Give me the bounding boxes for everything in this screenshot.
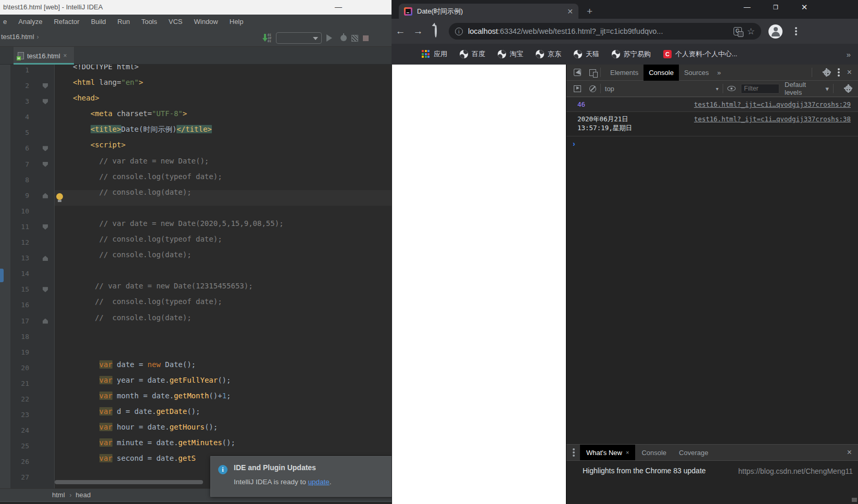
console-filter-input[interactable] bbox=[741, 84, 779, 94]
drawer-tab-what-s-new[interactable]: What's New× bbox=[580, 445, 635, 461]
line-number: 1 bbox=[10, 65, 29, 78]
fold-marker-icon[interactable] bbox=[43, 256, 48, 261]
drawer-tab-console[interactable]: Console bbox=[635, 445, 673, 461]
update-notification[interactable]: i IDE and Plugin Updates IntelliJ IDEA i… bbox=[210, 456, 392, 497]
close-tab-icon[interactable]: × bbox=[64, 52, 67, 59]
console-settings-icon[interactable] bbox=[845, 85, 852, 92]
drawer-menu-icon[interactable] bbox=[573, 451, 575, 453]
fold-marker-icon[interactable] bbox=[43, 287, 48, 292]
intellij-window: b\test16.html [web] - IntelliJ IDEA — eA… bbox=[0, 0, 392, 504]
menu-build[interactable]: Build bbox=[91, 18, 106, 26]
url-text[interactable]: localhost:63342/web/web/test16.html?_ijt… bbox=[468, 27, 728, 35]
bookmark-csdn[interactable]: C个人资料-个人中心... bbox=[663, 49, 737, 59]
intellij-titlebar[interactable]: b\test16.html [web] - IntelliJ IDEA — bbox=[0, 0, 392, 15]
gutter-row: 23 bbox=[10, 407, 55, 423]
bookmark-item[interactable]: 百度 bbox=[460, 49, 485, 59]
intellij-window-title: b\test16.html [web] - IntelliJ IDEA bbox=[3, 3, 103, 11]
debug-button-icon[interactable] bbox=[340, 35, 347, 41]
context-selector[interactable]: top ▾ bbox=[605, 85, 718, 93]
console-source-link[interactable]: test16.html?_ijt=c1i…qvodgij337croshs:29 bbox=[694, 100, 851, 108]
devtools-tab-elements[interactable]: Elements bbox=[605, 65, 644, 81]
bookmark-apps[interactable]: 应用 bbox=[422, 49, 447, 59]
log-levels-select[interactable]: Default levels ▾ bbox=[785, 81, 829, 96]
fold-marker-icon[interactable] bbox=[43, 99, 48, 104]
console-prompt-icon[interactable]: › bbox=[566, 136, 858, 151]
breadcrumb-file[interactable]: test16.html bbox=[1, 33, 34, 41]
editor-tab-test16[interactable]: test16.html × bbox=[14, 47, 74, 65]
more-tabs-icon[interactable]: » bbox=[714, 69, 724, 77]
fold-marker-icon[interactable] bbox=[43, 162, 48, 167]
new-tab-button[interactable]: + bbox=[587, 6, 592, 16]
close-drawer-tab-icon[interactable]: × bbox=[626, 445, 629, 461]
code-line-14 bbox=[73, 266, 385, 282]
console-source-link[interactable]: test16.html?_ijt=c1i…qvodgij337croshs:38 bbox=[694, 115, 851, 133]
whats-new-headline[interactable]: Highlights from the Chrome 83 update bbox=[583, 467, 706, 475]
globe-icon bbox=[574, 50, 582, 58]
devtools-close-icon[interactable]: × bbox=[847, 68, 852, 77]
devtools-tab-console[interactable]: Console bbox=[644, 65, 679, 81]
coverage-button-icon[interactable] bbox=[351, 35, 358, 42]
gutter-row: 21 bbox=[10, 376, 55, 392]
scrollbar-corner bbox=[852, 498, 857, 502]
bookmark-item[interactable]: 苏宁易购 bbox=[612, 49, 651, 59]
page-content[interactable] bbox=[392, 65, 566, 504]
forward-icon[interactable]: → bbox=[409, 26, 427, 37]
run-button-icon[interactable] bbox=[326, 34, 336, 42]
intention-lightbulb-icon[interactable] bbox=[56, 193, 63, 202]
code-editor[interactable]: 1234567891011121314151617181920212223242… bbox=[0, 65, 392, 488]
bookmark-item[interactable]: 天猫 bbox=[574, 49, 599, 59]
breadcrumb-html[interactable]: html bbox=[0, 491, 67, 499]
clear-console-icon[interactable] bbox=[589, 85, 596, 92]
minimize-button[interactable]: — bbox=[736, 0, 758, 16]
maximize-button[interactable]: ❒ bbox=[765, 0, 787, 16]
devtools-tab-sources[interactable]: Sources bbox=[679, 65, 714, 81]
drawer-tab-coverage[interactable]: Coverage bbox=[673, 445, 714, 461]
drawer-close-icon[interactable]: × bbox=[847, 448, 852, 457]
devtools-settings-icon[interactable] bbox=[824, 69, 830, 76]
menu-tools[interactable]: Tools bbox=[141, 18, 157, 26]
bookmark-item[interactable]: 京东 bbox=[536, 49, 561, 59]
profile-avatar[interactable] bbox=[768, 24, 783, 39]
site-info-icon[interactable]: i bbox=[455, 28, 463, 35]
gutter-row: 16 bbox=[10, 297, 55, 313]
fold-marker-icon[interactable] bbox=[43, 193, 48, 198]
update-project-icon[interactable]: 011001 bbox=[263, 33, 271, 43]
browser-tab[interactable]: Date(时间示例) ✕ bbox=[399, 4, 578, 19]
close-button[interactable]: ✕ bbox=[793, 0, 815, 16]
bookmark-item[interactable]: 淘宝 bbox=[498, 49, 523, 59]
run-configuration-select[interactable] bbox=[276, 32, 322, 44]
translate-icon[interactable]: G bbox=[734, 27, 742, 35]
horizontal-scrollbar-thumb[interactable] bbox=[55, 480, 203, 484]
reload-icon[interactable] bbox=[427, 26, 445, 37]
close-tab-icon[interactable]: ✕ bbox=[567, 7, 573, 16]
address-bar[interactable]: i localhost:63342/web/web/test16.html?_i… bbox=[449, 23, 761, 40]
minimize-button[interactable]: — bbox=[328, 0, 349, 15]
devtools-menu-icon[interactable] bbox=[838, 71, 840, 73]
back-icon[interactable]: ← bbox=[392, 26, 409, 37]
inspect-element-icon[interactable] bbox=[574, 69, 581, 76]
menu-vcs[interactable]: VCS bbox=[169, 18, 183, 26]
menu-window[interactable]: Window bbox=[194, 18, 218, 26]
bookmark-star-icon[interactable]: ☆ bbox=[747, 26, 755, 37]
menu-analyze[interactable]: Analyze bbox=[18, 18, 42, 26]
live-expression-icon[interactable] bbox=[727, 86, 736, 91]
bookmarks-overflow-icon[interactable]: » bbox=[847, 50, 851, 59]
fold-marker-icon[interactable] bbox=[43, 83, 48, 89]
menu-e[interactable]: e bbox=[3, 18, 7, 26]
fold-marker-icon[interactable] bbox=[43, 146, 48, 151]
console-sidebar-icon[interactable] bbox=[574, 85, 581, 92]
menu-refactor[interactable]: Refactor bbox=[54, 18, 79, 26]
chrome-menu-icon[interactable] bbox=[791, 30, 801, 32]
menu-run[interactable]: Run bbox=[118, 18, 130, 26]
gutter-row: 22 bbox=[10, 392, 55, 407]
device-toolbar-icon[interactable] bbox=[589, 69, 596, 76]
fold-marker-icon[interactable] bbox=[43, 224, 48, 230]
code-line-2: <html lang="en"> bbox=[73, 78, 385, 94]
fold-marker-icon[interactable] bbox=[43, 319, 48, 324]
breadcrumb[interactable]: test16.html› bbox=[1, 33, 39, 41]
update-link[interactable]: update bbox=[308, 478, 330, 486]
menu-help[interactable]: Help bbox=[230, 18, 244, 26]
breadcrumb-head[interactable]: head bbox=[73, 491, 93, 499]
code-line-11: // var date = new Date(2020,5,15,9,08,55… bbox=[73, 219, 385, 235]
stop-button-icon[interactable] bbox=[363, 35, 369, 41]
